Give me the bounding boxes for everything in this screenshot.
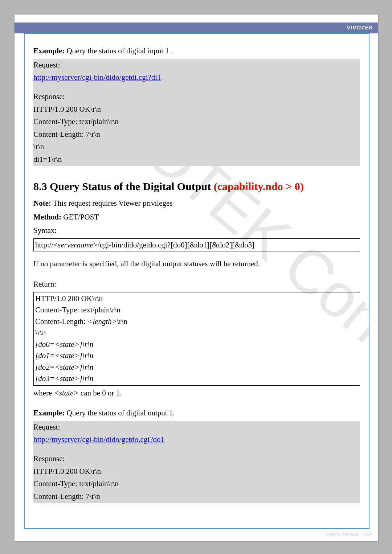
page: VIVOTEK VIVOTEK Confidential Example: Qu… [15, 15, 378, 541]
resp-line: Content-Length: 7\r\n [33, 490, 360, 503]
resp-line: \r\n [33, 140, 360, 153]
ret-line: Content-Type: text/plain\r\n [35, 304, 358, 316]
method-text: GET/POST [61, 213, 99, 221]
resp-line: Content-Length: 7\r\n [33, 128, 360, 141]
syntax-label: Syntax: [33, 225, 360, 237]
request-label: Request: [33, 59, 360, 71]
ret-line: [do1=<state>]\r\n [35, 350, 358, 362]
syntax-servername: servername [58, 241, 93, 249]
return-label: Return: [33, 278, 360, 291]
response-label: Response: [33, 90, 360, 103]
syntax-box: http://<servername>/cgi-bin/dido/getdo.c… [33, 238, 360, 251]
method-label: Method: [33, 213, 61, 221]
ret-line: \r\n [35, 327, 358, 339]
example1-text: Query the status of digital input 1 . [65, 46, 173, 55]
example1-block: Request: http://myserver/cgi-bin/dido/ge… [33, 59, 360, 166]
section-number-title: 8.3 Query Status of the Digital Output [33, 180, 214, 192]
no-param-text: If no parameter is specified, all the di… [33, 258, 360, 270]
request-url-link[interactable]: http://myserver/cgi-bin/dido/getdo.cgi?d… [33, 435, 164, 444]
where-line: where <state> can be 0 or 1. [33, 387, 360, 399]
ret-line: HTTP/1.0 200 OK\r\n [35, 293, 358, 305]
resp-line: HTTP/1.0 200 OK\r\n [33, 465, 360, 478]
example2-text: Query the status of digital output 1. [65, 409, 175, 417]
footer-page-label: User's Manual - 155 [326, 531, 372, 537]
resp-line: Content-Type: text/plain\r\n [33, 477, 360, 490]
method-line: Method: GET/POST [33, 211, 360, 223]
resp-line: di1=1\r\n [33, 153, 360, 166]
example2-block: Request: http://myserver/cgi-bin/dido/ge… [33, 421, 360, 503]
response-label: Response: [33, 452, 360, 465]
note-text: This request requires Viewer privileges [51, 199, 172, 208]
ret-line: [do0=<state>]\r\n [35, 339, 358, 350]
return-box: HTTP/1.0 200 OK\r\n Content-Type: text/p… [33, 292, 360, 386]
resp-line: HTTP/1.0 200 OK\r\n [33, 103, 360, 116]
document-content: Example: Query the status of digital inp… [33, 45, 360, 503]
request-label: Request: [33, 421, 360, 434]
note-label: Note: [33, 199, 51, 208]
note-line: Note: This request requires Viewer privi… [33, 197, 360, 210]
section-capability: (capability.ndo > 0) [214, 180, 304, 192]
section-heading: 8.3 Query Status of the Digital Output (… [33, 180, 360, 193]
header-bar: VIVOTEK [15, 22, 378, 33]
syntax-prefix: http://< [35, 241, 58, 249]
resp-line: Content-Type: text/plain\r\n [33, 115, 360, 128]
example-label: Example: [33, 409, 65, 417]
syntax-suffix: >/cgi-bin/dido/getdo.cgi?[do0][&do1][&do… [93, 241, 254, 249]
example-label: Example: [33, 46, 65, 55]
example1-title: Example: Query the status of digital inp… [33, 45, 360, 57]
ret-line: [do2=<state>]\r\n [35, 362, 358, 373]
brand-label: VIVOTEK [347, 24, 373, 30]
content-panel: VIVOTEK Confidential Example: Query the … [24, 33, 369, 529]
example2-title: Example: Query the status of digital out… [33, 407, 360, 419]
request-url-link[interactable]: http://myserver/cgi-bin/dido/getdi.cgi?d… [33, 73, 161, 82]
ret-line: Content-Length: <length>\r\n [35, 316, 358, 328]
ret-line: [do3=<state>]\r\n [35, 373, 358, 385]
